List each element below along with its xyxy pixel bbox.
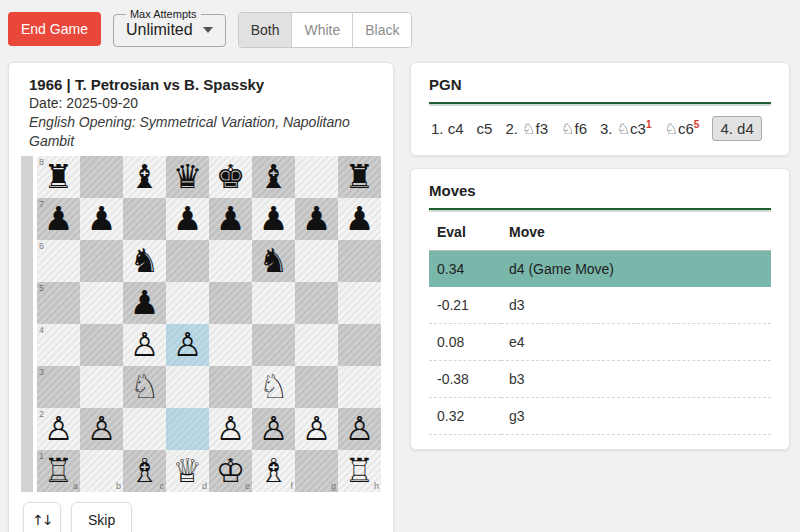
square-e3[interactable]	[209, 366, 252, 408]
moves-table: EvalMove 0.34d4 (Game Move)-0.21d30.08e4…	[429, 222, 771, 435]
square-g6[interactable]	[295, 240, 338, 282]
move-row-g3[interactable]: 0.32g3	[429, 398, 771, 435]
square-g8[interactable]	[295, 156, 338, 198]
pgn-move-2[interactable]: c5	[477, 120, 493, 137]
square-a7[interactable]: 7♟	[37, 198, 80, 240]
square-a3[interactable]: 3	[37, 366, 80, 408]
square-f7[interactable]: ♟	[252, 198, 295, 240]
square-g1[interactable]: g	[295, 450, 338, 492]
piece-white-pawn: ♙	[209, 408, 252, 450]
move-eval: -0.38	[429, 361, 501, 398]
square-h4[interactable]	[338, 324, 381, 366]
square-e4[interactable]	[209, 324, 252, 366]
side-option-white[interactable]: White	[291, 13, 352, 47]
square-a8[interactable]: 8♜	[37, 156, 80, 198]
square-g4[interactable]	[295, 324, 338, 366]
square-d4[interactable]: ♙	[166, 324, 209, 366]
piece-black-pawn: ♟	[166, 198, 209, 240]
square-a1[interactable]: 1a♖	[37, 450, 80, 492]
side-option-both[interactable]: Both	[239, 13, 292, 47]
moves-column-eval: Eval	[429, 222, 501, 251]
square-b5[interactable]	[80, 282, 123, 324]
square-c1[interactable]: c♗	[123, 450, 166, 492]
square-f1[interactable]: f♗	[252, 450, 295, 492]
square-b4[interactable]	[80, 324, 123, 366]
square-g7[interactable]: ♟	[295, 198, 338, 240]
square-h7[interactable]: ♟	[338, 198, 381, 240]
square-h2[interactable]: ♙	[338, 408, 381, 450]
square-e1[interactable]: e♔	[209, 450, 252, 492]
pgn-move-7[interactable]: 4. d4	[712, 116, 761, 141]
square-f5[interactable]	[252, 282, 295, 324]
piece-black-knight: ♞	[123, 240, 166, 282]
square-e2[interactable]: ♙	[209, 408, 252, 450]
pgn-move-list: 1. c4c52. ♘f3♘f63. ♘c31♘c654. d4	[429, 116, 771, 141]
piece-black-pawn: ♟	[252, 198, 295, 240]
square-c6[interactable]: ♞	[123, 240, 166, 282]
square-b8[interactable]	[80, 156, 123, 198]
move-row-d4[interactable]: 0.34d4 (Game Move)	[429, 251, 771, 288]
square-b7[interactable]: ♟	[80, 198, 123, 240]
square-c7[interactable]	[123, 198, 166, 240]
moves-column-move: Move	[501, 222, 771, 251]
square-h6[interactable]	[338, 240, 381, 282]
pgn-move-6[interactable]: ♘c65	[665, 119, 700, 138]
square-d7[interactable]: ♟	[166, 198, 209, 240]
side-option-black[interactable]: Black	[352, 13, 411, 47]
file-label: h	[374, 481, 379, 491]
pgn-move-5[interactable]: 3. ♘c31	[600, 119, 652, 138]
square-a2[interactable]: 2♙	[37, 408, 80, 450]
square-d8[interactable]: ♛	[166, 156, 209, 198]
square-e5[interactable]	[209, 282, 252, 324]
end-game-button[interactable]: End Game	[8, 12, 101, 46]
square-h5[interactable]	[338, 282, 381, 324]
square-c2[interactable]	[123, 408, 166, 450]
square-d5[interactable]	[166, 282, 209, 324]
square-h3[interactable]	[338, 366, 381, 408]
move-row-d3[interactable]: -0.21d3	[429, 287, 771, 324]
square-f3[interactable]: ♘	[252, 366, 295, 408]
square-f8[interactable]: ♝	[252, 156, 295, 198]
square-b6[interactable]	[80, 240, 123, 282]
move-row-e4[interactable]: 0.08e4	[429, 324, 771, 361]
square-f2[interactable]: ♙	[252, 408, 295, 450]
square-e7[interactable]: ♟	[209, 198, 252, 240]
square-b2[interactable]: ♙	[80, 408, 123, 450]
square-d6[interactable]	[166, 240, 209, 282]
square-a4[interactable]: 4	[37, 324, 80, 366]
flip-board-button[interactable]: ↑↓	[23, 502, 61, 532]
square-d3[interactable]	[166, 366, 209, 408]
square-h1[interactable]: h♖	[338, 450, 381, 492]
square-c4[interactable]: ♙	[123, 324, 166, 366]
square-h8[interactable]: ♜	[338, 156, 381, 198]
square-f6[interactable]: ♞	[252, 240, 295, 282]
skip-button[interactable]: Skip	[71, 502, 132, 532]
square-g3[interactable]	[295, 366, 338, 408]
square-c5[interactable]: ♟	[123, 282, 166, 324]
square-g5[interactable]	[295, 282, 338, 324]
square-d1[interactable]: d♕	[166, 450, 209, 492]
file-label: g	[331, 481, 336, 491]
max-attempts-value: Unlimited	[126, 21, 193, 39]
rank-label: 7	[39, 199, 44, 209]
move-label: e4	[501, 324, 771, 361]
square-c3[interactable]: ♘	[123, 366, 166, 408]
square-b3[interactable]	[80, 366, 123, 408]
pgn-move-4[interactable]: ♘f6	[561, 120, 587, 138]
piece-black-bishop: ♝	[123, 156, 166, 198]
piece-white-bishop: ♗	[252, 450, 295, 492]
square-e6[interactable]	[209, 240, 252, 282]
max-attempts-select[interactable]: Unlimited	[124, 20, 215, 39]
move-row-b3[interactable]: -0.38b3	[429, 361, 771, 398]
pgn-move-1[interactable]: 1. c4	[431, 120, 464, 137]
square-a5[interactable]: 5	[37, 282, 80, 324]
square-f4[interactable]	[252, 324, 295, 366]
square-e8[interactable]: ♚	[209, 156, 252, 198]
piece-white-pawn: ♙	[80, 408, 123, 450]
pgn-move-3[interactable]: 2. ♘f3	[505, 120, 548, 138]
square-g2[interactable]: ♙	[295, 408, 338, 450]
square-a6[interactable]: 6	[37, 240, 80, 282]
square-c8[interactable]: ♝	[123, 156, 166, 198]
square-d2[interactable]	[166, 408, 209, 450]
square-b1[interactable]: b	[80, 450, 123, 492]
